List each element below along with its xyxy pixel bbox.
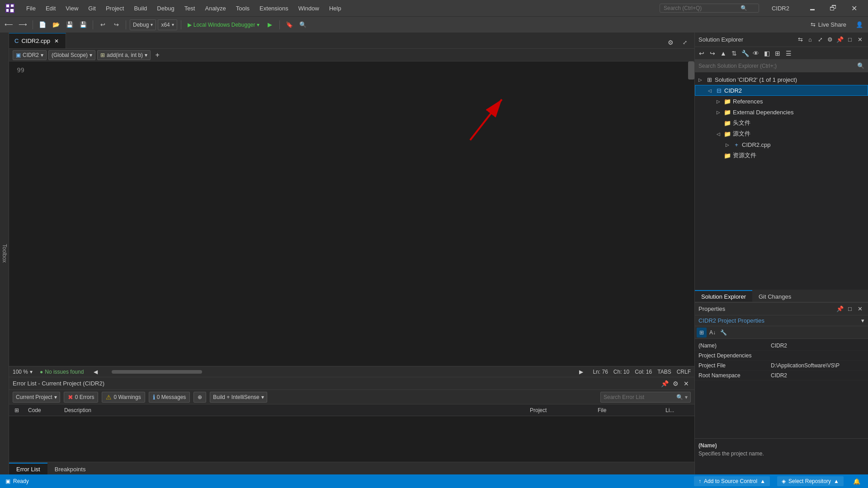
zoom-level[interactable]: 100 % ▾ [13,369,33,375]
tab-breakpoints[interactable]: Breakpoints [47,463,93,474]
scroll-left-btn[interactable]: ◀ [91,369,100,375]
back-button[interactable]: ⟵ [3,19,15,31]
se-forward-btn[interactable]: ↪ [708,48,717,58]
global-search-input[interactable] [664,5,741,11]
se-sync-btn[interactable]: ⇆ [796,35,805,44]
error-search-input[interactable] [604,394,675,400]
vertical-scrollbar[interactable] [688,61,694,366]
menu-view[interactable]: View [61,3,83,14]
editor-tab-cidr2cpp[interactable]: C CIDR2.cpp ✕ [9,33,66,48]
build-filter-dropdown[interactable]: Build + IntelliSense ▾ [210,392,267,403]
se-tab-solution-explorer[interactable]: Solution Explorer [695,290,752,302]
tree-references[interactable]: ▷ 📁 References [695,96,868,107]
notifications-button[interactable]: 🔔 [851,475,863,487]
col-sort[interactable]: ⊞ [13,407,26,413]
props-close-btn[interactable]: ✕ [855,305,864,314]
se-maximize-btn[interactable]: □ [845,35,854,44]
se-props-btn[interactable]: 🔧 [740,48,750,58]
se-sync-tree-btn[interactable]: ⇅ [729,48,739,58]
tree-headers[interactable]: 📁 头文件 [695,117,868,128]
messages-toggle-button[interactable]: ℹ 0 Messages [149,392,190,403]
pin-panel-button[interactable]: 📌 [660,379,669,388]
se-expand-btn[interactable]: ⤢ [816,35,825,44]
live-share-button[interactable]: ⇆ Live Share [805,19,852,30]
find-button[interactable]: 🔍 [297,19,309,31]
tab-settings-btn[interactable]: ⚙ [665,37,676,48]
menu-build[interactable]: Build [129,3,151,14]
no-issues-status[interactable]: ● No issues found [40,369,84,375]
project-filter-dropdown[interactable]: Current Project ▾ [13,392,60,403]
se-settings-btn[interactable]: ⚙ [826,35,835,44]
menu-debug[interactable]: Debug [152,3,179,14]
col-code-header[interactable]: Code [26,407,62,413]
menu-analyze[interactable]: Analyze [200,3,230,14]
add-to-source-control-button[interactable]: ↑ Add to Source Control ▲ [694,476,770,486]
horizontal-scrollbar[interactable] [107,369,569,375]
props-categorized-btn[interactable]: ⊞ [697,328,707,338]
props-subtitle-arrow[interactable]: ▾ [861,317,864,324]
menu-project[interactable]: Project [101,3,128,14]
project-scope-dropdown[interactable]: ▣ CIDR2 ▾ [13,50,47,60]
account-button[interactable]: 👤 [854,19,865,31]
tab-maximize-btn[interactable]: ⤢ [679,37,691,48]
menu-window[interactable]: Window [294,3,324,14]
menu-tools[interactable]: Tools [231,3,254,14]
props-val-file[interactable]: D:\ApplicationSoftware\VS\P [771,362,864,369]
props-pin-btn[interactable]: 📌 [835,305,844,314]
se-tab-git-changes[interactable]: Git Changes [752,290,797,302]
cursor-crlf[interactable]: CRLF [677,369,691,375]
props-maximize-btn[interactable]: □ [845,305,854,314]
maximize-button[interactable]: 🗗 [823,0,844,16]
open-file-button[interactable]: 📂 [50,19,62,31]
props-val-ns[interactable]: CIDR2 [771,372,864,379]
se-search-bar[interactable]: 🔍 [695,60,868,72]
tree-cidr2cpp[interactable]: ▷ + CIDR2.cpp [695,139,868,150]
col-desc-header[interactable]: Description [62,407,528,413]
tree-source[interactable]: ◁ 📁 源文件 [695,128,868,139]
start-debug-button[interactable]: ▶ Local Windows Debugger ▾ [185,19,263,30]
close-button[interactable]: ✕ [844,0,864,16]
code-editor[interactable]: 99 [9,61,694,366]
se-back-btn[interactable]: ↩ [697,48,707,58]
tree-external-deps[interactable]: ▷ 📁 External Dependencies [695,107,868,117]
forward-button[interactable]: ⟶ [17,19,29,31]
tree-resources[interactable]: 📁 资源文件 [695,150,868,161]
redo-button[interactable]: ↪ [110,19,122,31]
toolbox-panel[interactable]: Toolbox [0,33,9,474]
warnings-toggle-button[interactable]: ⚠ 0 Warnings [102,392,145,403]
se-filter-btn[interactable]: ☰ [783,48,793,58]
se-view-btn[interactable]: ⊞ [773,48,783,58]
new-file-button[interactable]: 📄 [37,19,48,31]
select-repository-button[interactable]: ◈ Select Repository ▲ [777,476,844,486]
col-line-header[interactable]: Li... [664,407,691,413]
run-without-debug-button[interactable]: ▶ [264,19,276,31]
menu-extensions[interactable]: Extensions [255,3,293,14]
props-val-name[interactable]: CIDR2 [771,343,864,349]
close-panel-button[interactable]: ✕ [682,379,691,388]
cursor-tabs[interactable]: TABS [657,369,671,375]
errors-toggle-button[interactable]: ✖ 0 Errors [64,392,99,403]
props-wrench-btn[interactable]: 🔧 [718,328,728,338]
bookmark-button[interactable]: 🔖 [283,19,295,31]
debug-config-dropdown[interactable]: Debug ▾ [130,19,156,30]
panel-settings-btn[interactable]: ⚙ [671,379,680,388]
function-dropdown[interactable]: ⊞ add(int a, int b) ▾ [97,50,151,60]
se-show-all-btn[interactable]: 👁 [751,48,761,58]
se-up-btn[interactable]: ▲ [718,48,728,58]
se-home-btn[interactable]: ⌂ [806,35,815,44]
undo-button[interactable]: ↩ [97,19,108,31]
code-analysis-button[interactable]: ⊕ [193,392,206,403]
search-options-btn[interactable]: ▾ [685,394,688,400]
global-search-box[interactable]: 🔍 [660,4,759,13]
props-alpha-btn[interactable]: Α↓ [708,328,717,338]
save-all-button[interactable]: 💾 [77,19,89,31]
error-list-search[interactable]: 🔍 ▾ [600,392,691,403]
global-scope-dropdown[interactable]: (Global Scope) ▾ [48,50,95,60]
scroll-right-btn[interactable]: ▶ [576,369,585,375]
minimize-button[interactable]: 🗕 [802,0,823,16]
menu-test[interactable]: Test [180,3,200,14]
se-close-btn[interactable]: ✕ [855,35,864,44]
menu-edit[interactable]: Edit [41,3,60,14]
menu-help[interactable]: Help [325,3,346,14]
tab-error-list[interactable]: Error List [9,463,47,474]
